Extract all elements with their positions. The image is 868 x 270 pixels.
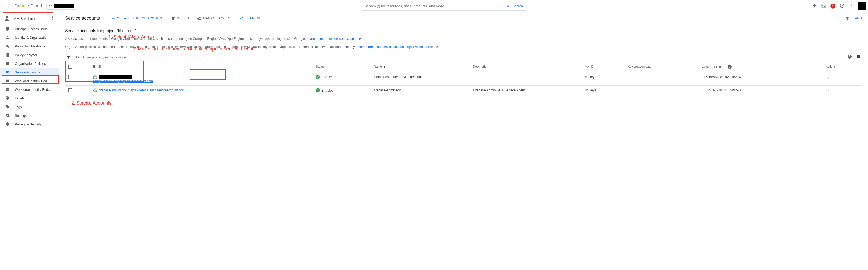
refresh-icon	[240, 16, 244, 20]
help-icon[interactable]: ?	[839, 3, 845, 9]
refresh-button[interactable]: REFRESH	[240, 16, 261, 20]
create-label: CREATE SERVICE ACCOUNT	[117, 16, 164, 20]
sidebar-item-label: Workforce Identity Fed…	[15, 88, 52, 91]
cell-description	[470, 72, 581, 86]
sidebar-item-label: Labels	[15, 97, 24, 100]
svg-point-2	[49, 6, 50, 7]
sidebar-item-tags[interactable]: Tags	[0, 103, 59, 111]
search-input[interactable]	[364, 4, 501, 8]
content-subtitle: Service accounts for project "lit-demos"	[65, 29, 862, 33]
col-status[interactable]: Status	[313, 62, 371, 73]
cell-oauth: 100851672481273449290	[699, 86, 823, 97]
col-keyid[interactable]: Key ID	[581, 62, 624, 73]
svg-rect-13	[6, 80, 9, 82]
email-redacted	[99, 75, 132, 79]
row-checkbox[interactable]	[68, 75, 72, 79]
search-box[interactable]	[362, 2, 504, 11]
learn-label: LEARN	[851, 16, 862, 20]
email-link[interactable]: compute@developer.gserviceaccount.com	[93, 79, 153, 83]
sidebar-item-identity-org[interactable]: Identity & Organization	[0, 33, 59, 42]
column-chooser-icon[interactable]	[856, 55, 861, 60]
table-row[interactable]: 📇 firebase-adminsdk-jvt2t@lit-demos.iam.…	[65, 86, 862, 97]
cell-keydate	[624, 86, 699, 97]
row-actions-menu[interactable]	[826, 77, 830, 80]
col-description[interactable]: Description	[470, 62, 581, 73]
person-circle-icon	[5, 35, 10, 40]
overflow-menu-icon[interactable]	[849, 3, 854, 9]
search-button-label: Search	[512, 4, 523, 8]
project-selector[interactable]	[46, 3, 76, 10]
status-enabled-icon	[316, 88, 320, 92]
cell-description: Firebase Admin SDK Service Agent	[470, 86, 581, 97]
content: 3. Make sure the Name is “Default comput…	[59, 25, 868, 101]
learn-more-org-policies-link[interactable]: Learn more about service account organiz…	[356, 45, 439, 49]
sidebar-item-label: Policy Troubleshooter	[15, 44, 46, 48]
sidebar-item-workforce-identity[interactable]: Workforce Identity Fed…	[0, 85, 59, 94]
external-link-icon: ⬈	[358, 36, 361, 41]
sidebar-item-org-policies[interactable]: Organization Policies	[0, 59, 59, 68]
manage-access-button[interactable]: MANAGE ACCESS	[197, 16, 232, 20]
sidebar-item-principal-access[interactable]: Principal Access Boun…	[0, 25, 59, 33]
cloud-shell-icon[interactable]	[821, 3, 826, 9]
cell-email: 📇 compute@developer.gserviceaccount.com	[90, 72, 313, 86]
sidebar-scroll[interactable]: Principal Access Boun… Identity & Organi…	[0, 25, 59, 270]
sidebar-item-service-accounts[interactable]: Service Accounts	[0, 68, 59, 77]
svg-point-6	[851, 5, 851, 6]
col-oauth[interactable]: OAuth 2 Client ID ?	[699, 62, 823, 73]
svg-point-0	[49, 5, 50, 6]
create-service-account-button[interactable]: CREATE SERVICE ACCOUNT	[111, 16, 164, 20]
svg-point-19	[828, 91, 828, 92]
cell-status: Enabled	[313, 72, 371, 86]
sidebar-item-privacy-security[interactable]: Privacy & Security	[0, 120, 59, 129]
filter-input[interactable]	[83, 55, 845, 59]
pin-icon[interactable]	[51, 16, 55, 21]
filter-icon[interactable]	[66, 55, 71, 59]
cell-keyid: No keys	[581, 72, 624, 86]
email-link[interactable]: firebase-adminsdk-jvt2t@lit-demos.iam.gs…	[99, 88, 185, 92]
search-button[interactable]: Search	[503, 2, 527, 11]
row-checkbox[interactable]	[68, 88, 72, 92]
table-row[interactable]: 📇 compute@developer.gserviceaccount.com …	[65, 72, 862, 86]
cell-oauth: 115866582981045918214	[699, 72, 823, 86]
sidebar-item-workload-identity[interactable]: Workload Identity Fed…	[0, 77, 59, 85]
select-all-checkbox[interactable]	[68, 65, 72, 69]
learn-button[interactable]: LEARN	[845, 16, 862, 20]
sidebar-item-policy-analyzer[interactable]: Policy Analyzer	[0, 51, 59, 59]
oauth-help-icon[interactable]: ?	[727, 65, 732, 69]
badge-icon	[5, 70, 10, 75]
svg-rect-11	[8, 72, 9, 72]
gcp-logo[interactable]: Google Cloud	[14, 3, 42, 9]
svg-rect-9	[6, 71, 9, 74]
service-accounts-table: Email Status Name Description Key ID Key…	[65, 62, 862, 97]
tag-icon	[5, 96, 10, 101]
action-bar: Service accounts CREATE SERVICE ACCOUNT …	[59, 12, 868, 25]
svg-text:?: ?	[841, 4, 843, 7]
sidebar-item-label: Service Accounts	[15, 70, 40, 74]
row-actions-menu[interactable]	[826, 90, 830, 93]
delete-label: DELETE	[177, 16, 190, 20]
filter-help-icon[interactable]: ?	[848, 55, 852, 59]
col-name[interactable]: Name	[371, 62, 470, 73]
plus-icon	[111, 16, 115, 20]
sidebar-item-settings[interactable]: Settings	[0, 111, 59, 120]
notification-badge[interactable]: 1	[830, 4, 835, 9]
sidebar-item-policy-troubleshooter[interactable]: Policy Troubleshooter	[0, 42, 59, 51]
gear-icon	[5, 113, 10, 118]
learn-more-service-accounts-link[interactable]: Learn more about service accounts.⬈	[307, 37, 361, 40]
account-avatar[interactable]	[858, 2, 866, 10]
sidebar-item-label: Workload Identity Fed…	[15, 79, 50, 83]
cell-name: Default compute service account	[371, 72, 470, 86]
delete-button[interactable]: DELETE	[171, 16, 190, 20]
svg-point-7	[851, 7, 851, 7]
search-icon	[507, 4, 511, 8]
gemini-icon[interactable]	[812, 3, 817, 9]
col-email[interactable]: Email	[90, 62, 313, 73]
col-keydate[interactable]: Key creation date	[624, 62, 699, 73]
layout: IAM & Admin Principal Access Boun… Ident…	[0, 12, 868, 270]
service-account-icon: 📇	[93, 75, 97, 79]
sidebar-section-header[interactable]: IAM & Admin	[0, 12, 59, 25]
svg-point-1	[51, 5, 52, 6]
sidebar-item-labels[interactable]: Labels	[0, 94, 59, 103]
hamburger-menu[interactable]	[2, 1, 12, 11]
svg-point-5	[851, 4, 851, 5]
